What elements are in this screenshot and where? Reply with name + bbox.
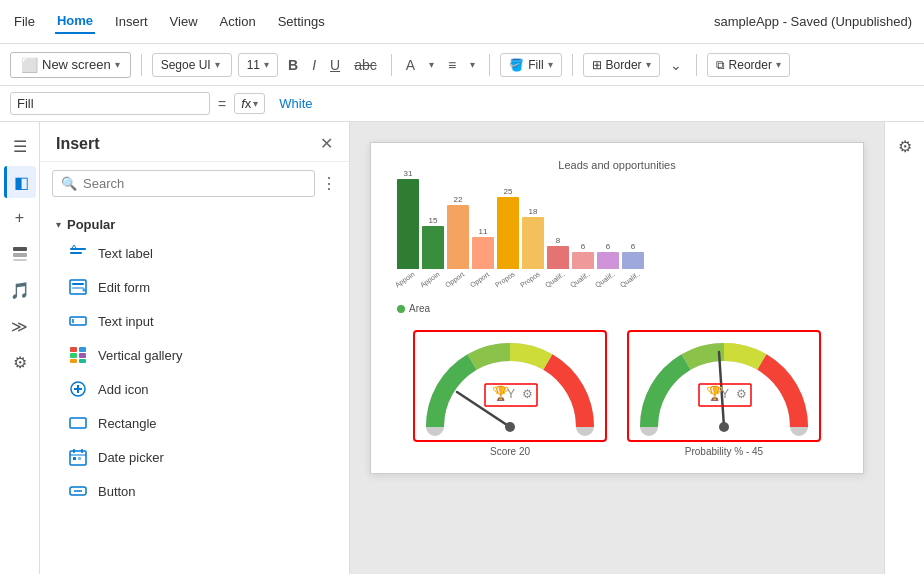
font-color-button[interactable]: A (402, 55, 419, 75)
add-icon-svg (69, 380, 87, 398)
toolbar: ⬜ New screen ▾ Segoe UI ▾ 11 ▾ B I U abc… (0, 44, 924, 86)
bar-7: 6 (572, 242, 594, 269)
sidebar-icon-data[interactable] (4, 238, 36, 270)
rectangle-svg (69, 414, 87, 432)
button-icon (68, 481, 88, 501)
border-label: Border (606, 58, 642, 72)
right-sidebar-icon-1[interactable]: ⚙ (889, 130, 921, 162)
search-icon: 🔍 (61, 176, 77, 191)
add-icon (68, 379, 88, 399)
border-icon: ⊞ (592, 58, 602, 72)
rectangle-icon (68, 413, 88, 433)
text-label-svg (69, 244, 87, 262)
svg-text:⚙: ⚙ (522, 387, 533, 401)
font-size-dropdown-icon: ▾ (264, 59, 269, 70)
more-button[interactable]: ⌄ (666, 55, 686, 75)
toolbar-separator-1 (141, 54, 142, 76)
insert-item-date-picker[interactable]: Date picker (40, 440, 349, 474)
sidebar-icon-settings[interactable]: ⚙ (4, 346, 36, 378)
fill-dropdown-icon: ▾ (548, 59, 553, 70)
insert-item-add-icon[interactable]: Add icon (40, 372, 349, 406)
insert-panel-close[interactable]: ✕ (320, 134, 333, 153)
strikethrough-button[interactable]: abc (350, 55, 381, 75)
formula-fx-button[interactable]: fx ▾ (234, 93, 265, 114)
bar-5: 18 (522, 207, 544, 269)
chart-x-labels: Appoin... Appoin... Opport... Opport... … (387, 269, 847, 299)
fill-button[interactable]: 🪣 Fill ▾ (500, 53, 561, 77)
insert-item-text-input-text: Text input (98, 314, 154, 329)
svg-rect-13 (79, 353, 86, 358)
insert-search-box[interactable]: 🔍 (52, 170, 315, 197)
menu-settings[interactable]: Settings (276, 10, 327, 33)
insert-list: ▾ Popular Text label (40, 205, 349, 574)
insert-item-button[interactable]: Button (40, 474, 349, 508)
text-input-icon (68, 311, 88, 331)
insert-search-row: 🔍 ⋮ (40, 162, 349, 205)
fx-label: fx (241, 96, 251, 111)
insert-item-vertical-gallery[interactable]: Vertical gallery (40, 338, 349, 372)
bar-2: 22 (447, 195, 469, 269)
insert-panel: Insert ✕ 🔍 ⋮ ▾ Popular (40, 122, 350, 574)
align-button[interactable]: ≡ (444, 55, 460, 75)
sidebar-icon-layers[interactable]: ◧ (4, 166, 36, 198)
font-color-dropdown-icon[interactable]: ▾ (425, 57, 438, 72)
x-label-9: Qualif... (619, 270, 652, 299)
insert-item-text-label[interactable]: Text label (40, 236, 349, 270)
insert-item-rectangle[interactable]: Rectangle (40, 406, 349, 440)
menu-home[interactable]: Home (55, 9, 95, 34)
align-dropdown-icon[interactable]: ▾ (466, 57, 479, 72)
new-screen-label: New screen (42, 57, 111, 72)
gallery-icon (68, 345, 88, 365)
bar-rect-7 (572, 252, 594, 269)
underline-button[interactable]: U (326, 55, 344, 75)
main-layout: ☰ ◧ + 🎵 ≫ ⚙ Insert ✕ 🔍 ⋮ (0, 122, 924, 574)
font-family-button[interactable]: Segoe UI ▾ (152, 53, 232, 77)
chart-legend: Area (387, 303, 847, 314)
sidebar-icon-media[interactable]: 🎵 (4, 274, 36, 306)
bar-3: 11 (472, 227, 494, 269)
sidebar-icon-insert[interactable]: + (4, 202, 36, 234)
font-family-label: Segoe UI (161, 58, 211, 72)
border-button[interactable]: ⊞ Border ▾ (583, 53, 660, 77)
bar-9: 6 (622, 242, 644, 269)
bar-rect-5 (522, 217, 544, 269)
italic-button[interactable]: I (308, 55, 320, 75)
bold-button[interactable]: B (284, 55, 302, 75)
gauge-score-wrap: 🏆 Y ⚙ (413, 330, 607, 442)
insert-item-edit-form[interactable]: Edit form (40, 270, 349, 304)
menu-view[interactable]: View (168, 10, 200, 33)
bar-0: 31 (397, 169, 419, 269)
equals-sign: = (218, 96, 226, 112)
insert-item-text-input[interactable]: Text input (40, 304, 349, 338)
svg-text:Y: Y (721, 387, 729, 401)
insert-item-vertical-gallery-text: Vertical gallery (98, 348, 183, 363)
new-screen-dropdown-icon: ▾ (115, 59, 120, 70)
menu-action[interactable]: Action (218, 10, 258, 33)
sidebar-icon-variables[interactable]: ≫ (4, 310, 36, 342)
svg-rect-4 (70, 252, 82, 254)
insert-panel-title: Insert (56, 135, 100, 153)
menu-file[interactable]: File (12, 10, 37, 33)
insert-more-button[interactable]: ⋮ (321, 174, 337, 193)
svg-text:Y: Y (507, 387, 515, 401)
svg-point-29 (505, 422, 515, 432)
gauge-score-label: Score 20 (490, 446, 530, 457)
bar-rect-4 (497, 197, 519, 269)
legend-dot (397, 305, 405, 313)
sidebar-icon-menu[interactable]: ☰ (4, 130, 36, 162)
gauge-score: 🏆 Y ⚙ Score 20 (413, 330, 607, 457)
property-selector[interactable]: Fill (10, 92, 210, 115)
text-input-svg (69, 312, 87, 330)
section-popular-chevron: ▾ (56, 219, 61, 230)
font-size-button[interactable]: 11 ▾ (238, 53, 278, 77)
bar-rect-3 (472, 237, 494, 269)
section-popular-header[interactable]: ▾ Popular (40, 209, 349, 236)
svg-point-35 (719, 422, 729, 432)
insert-item-button-text: Button (98, 484, 136, 499)
search-input[interactable] (83, 176, 306, 191)
reorder-button[interactable]: ⧉ Reorder ▾ (707, 53, 790, 77)
menu-insert[interactable]: Insert (113, 10, 150, 33)
new-screen-button[interactable]: ⬜ New screen ▾ (10, 52, 131, 78)
formula-value[interactable]: White (273, 94, 914, 113)
insert-item-edit-form-text: Edit form (98, 280, 150, 295)
